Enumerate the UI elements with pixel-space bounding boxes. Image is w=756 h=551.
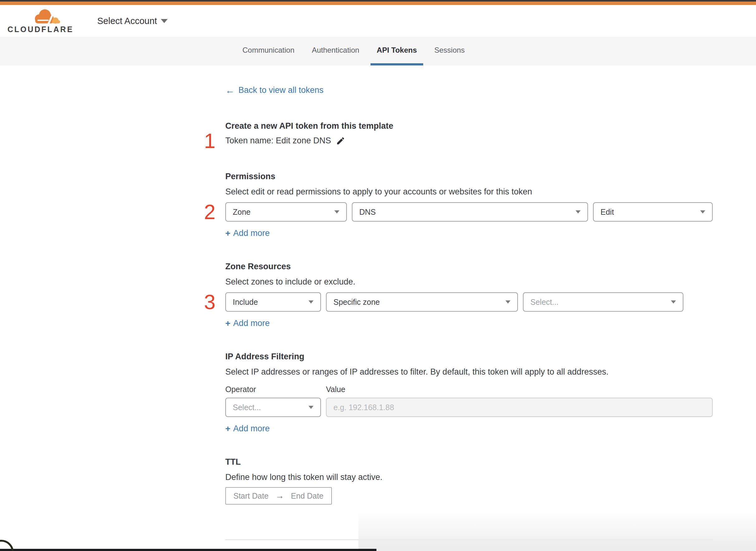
- permissions-add-more-link[interactable]: + Add more: [225, 228, 269, 238]
- chevron-down-icon: [700, 210, 705, 213]
- section-title: IP Address Filtering: [225, 352, 713, 362]
- section-ip-filtering: IP Address Filtering Select IP addresses…: [225, 352, 713, 434]
- ip-value-input[interactable]: [326, 398, 713, 417]
- select-value: Edit: [601, 207, 614, 216]
- bottom-left-artifact: [0, 540, 14, 551]
- zone-resources-add-more-link[interactable]: + Add more: [225, 319, 269, 328]
- token-name-label: Token name: Edit zone DNS: [225, 136, 331, 145]
- section-subtitle: Define how long this token will stay act…: [225, 473, 713, 482]
- step-number-3: 3: [202, 292, 218, 312]
- zone-picker-select[interactable]: Select...: [523, 292, 683, 312]
- select-value: DNS: [359, 207, 376, 216]
- step-number-1: 1: [202, 131, 218, 151]
- account-selector-label: Select Account: [97, 16, 157, 26]
- zone-resources-row: 3 Include Specific zone Select...: [225, 292, 713, 312]
- select-placeholder: Select...: [233, 403, 261, 412]
- operator-label: Operator: [225, 385, 321, 394]
- section-zone-resources: Zone Resources Select zones to include o…: [225, 262, 713, 328]
- add-more-label: Add more: [233, 228, 269, 238]
- section-title: Create a new API token from this templat…: [225, 121, 713, 131]
- plus-icon: +: [225, 425, 230, 433]
- tab-label: Communication: [242, 46, 294, 55]
- ip-filtering-row: Select...: [225, 398, 713, 417]
- permission-scope-select[interactable]: Zone: [225, 202, 347, 221]
- account-selector[interactable]: Select Account: [97, 16, 168, 26]
- chevron-down-icon: [308, 406, 313, 409]
- zone-mode-select[interactable]: Include: [225, 292, 321, 312]
- add-more-label: Add more: [233, 319, 269, 328]
- header: CLOUDFLARE Select Account: [0, 5, 756, 37]
- chevron-down-icon: [671, 301, 676, 304]
- ip-field-labels: Operator Value: [225, 385, 713, 394]
- arrow-right-icon: →: [275, 492, 284, 500]
- permission-resource-select[interactable]: DNS: [352, 202, 588, 221]
- tab-bar: Communication Authentication API Tokens …: [0, 37, 756, 65]
- value-label: Value: [326, 385, 345, 394]
- arrow-left-icon: ←: [225, 86, 235, 95]
- select-value: Specific zone: [333, 298, 380, 307]
- permissions-row: 2 Zone DNS Edit: [225, 202, 713, 221]
- section-subtitle: Select IP addresses or ranges of IP addr…: [225, 367, 713, 377]
- tab-api-tokens[interactable]: API Tokens: [370, 37, 423, 65]
- start-date-placeholder: Start Date: [233, 492, 269, 501]
- plus-icon: +: [225, 319, 230, 328]
- cloudflare-api-token-template-page: CLOUDFLARE Select Account Communication …: [0, 0, 756, 551]
- tab-label: Authentication: [312, 46, 359, 55]
- permission-access-select[interactable]: Edit: [593, 202, 713, 221]
- ttl-date-range-picker[interactable]: Start Date → End Date: [225, 487, 332, 505]
- section-title: Zone Resources: [225, 262, 713, 271]
- chevron-down-icon: [334, 210, 339, 213]
- step-number-2: 2: [202, 202, 218, 222]
- screen-bottom-edge: [0, 549, 376, 551]
- footer-divider: [225, 539, 713, 540]
- zone-type-select[interactable]: Specific zone: [326, 292, 518, 312]
- chevron-down-icon: [308, 301, 313, 304]
- section-permissions: Permissions Select edit or read permissi…: [225, 172, 713, 238]
- main-content: ← Back to view all tokens Create a new A…: [225, 65, 713, 551]
- section-title: TTL: [225, 457, 713, 467]
- section-ttl: TTL Define how long this token will stay…: [225, 457, 713, 505]
- add-more-label: Add more: [233, 424, 269, 434]
- select-value: Include: [233, 298, 258, 307]
- end-date-placeholder: End Date: [291, 492, 323, 501]
- tab-sessions[interactable]: Sessions: [428, 37, 471, 65]
- ip-operator-select[interactable]: Select...: [225, 398, 321, 417]
- section-title: Permissions: [225, 172, 713, 181]
- tab-label: Sessions: [435, 46, 465, 55]
- token-name-row: 1 Token name: Edit zone DNS: [225, 136, 713, 145]
- select-placeholder: Select...: [530, 298, 559, 307]
- tab-authentication[interactable]: Authentication: [306, 37, 365, 65]
- back-link-label: Back to view all tokens: [238, 85, 323, 95]
- section-template: Create a new API token from this templat…: [225, 121, 713, 145]
- tab-label: API Tokens: [377, 46, 417, 55]
- cloudflare-cloud-icon: [31, 8, 62, 24]
- back-to-tokens-link[interactable]: ← Back to view all tokens: [225, 85, 323, 95]
- chevron-down-icon: [161, 19, 168, 23]
- select-value: Zone: [233, 207, 250, 216]
- plus-icon: +: [225, 229, 230, 238]
- section-subtitle: Select zones to include or exclude.: [225, 277, 713, 287]
- edit-pencil-icon[interactable]: [336, 136, 345, 145]
- logo-wordmark: CLOUDFLARE: [7, 25, 74, 34]
- cloudflare-logo[interactable]: CLOUDFLARE: [12, 8, 69, 34]
- section-subtitle: Select edit or read permissions to apply…: [225, 187, 713, 197]
- chevron-down-icon: [506, 301, 511, 304]
- tab-communication[interactable]: Communication: [236, 37, 301, 65]
- top-accent-bar: [0, 2, 756, 5]
- ip-filtering-add-more-link[interactable]: + Add more: [225, 424, 269, 434]
- chevron-down-icon: [576, 210, 581, 213]
